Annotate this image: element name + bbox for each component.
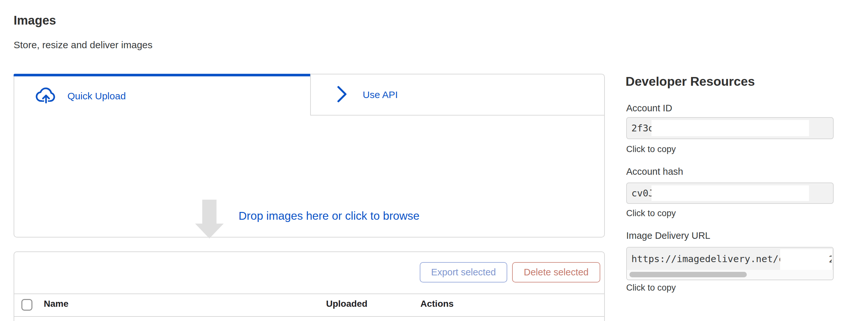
account-hash-value: cv0J	[631, 188, 654, 199]
account-id-value: 2f3d	[631, 122, 654, 134]
delete-selected-button[interactable]: Delete selected	[512, 262, 600, 283]
images-page: Images Store, resize and deliver images …	[0, 0, 868, 321]
column-header-name: Name	[44, 299, 68, 309]
column-header-actions: Actions	[421, 299, 454, 309]
image-delivery-url-row: https://imagedelivery.net/cv0JS 2	[627, 248, 833, 270]
horizontal-scrollbar-track	[627, 270, 833, 280]
dropzone[interactable]: Drop images here or click to browse	[13, 115, 605, 238]
image-delivery-url-copy-hint: Click to copy	[626, 283, 676, 293]
page-title: Images	[13, 13, 56, 28]
tab-quick-upload-label: Quick Upload	[67, 91, 126, 102]
redaction-overlay	[780, 249, 832, 270]
redaction-overlay	[651, 185, 809, 201]
dropzone-label: Drop images here or click to browse	[239, 209, 420, 222]
clipped-character: 2	[829, 254, 832, 265]
arrow-down-icon	[195, 200, 224, 240]
tab-quick-upload[interactable]: Quick Upload	[13, 76, 310, 115]
account-id-copy-hint: Click to copy	[626, 144, 676, 154]
tab-use-api-label: Use API	[363, 89, 398, 100]
account-hash-label: Account hash	[626, 166, 683, 177]
image-delivery-url-field[interactable]: https://imagedelivery.net/cv0JS 2	[626, 247, 834, 280]
table-header-row: Name Uploaded Actions	[14, 293, 604, 316]
table-header-divider	[14, 316, 604, 317]
chevron-right-icon	[336, 85, 348, 105]
account-hash-field[interactable]: cv0J	[626, 182, 834, 204]
account-id-field[interactable]: 2f3d	[626, 117, 834, 139]
tab-use-api[interactable]: Use API	[310, 74, 605, 115]
page-subtitle: Store, resize and deliver images	[13, 39, 153, 50]
select-all-checkbox[interactable]	[21, 299, 32, 311]
cloud-upload-icon	[36, 87, 56, 105]
account-id-label: Account ID	[626, 103, 672, 114]
redaction-overlay	[651, 120, 809, 136]
sidebar-title: Developer Resources	[625, 74, 755, 89]
image-list-card: Export selected Delete selected Name Upl…	[13, 251, 605, 321]
active-tab-indicator	[13, 74, 310, 76]
account-hash-copy-hint: Click to copy	[626, 208, 676, 218]
upload-panel: Quick Upload Use API Drop images here or…	[13, 74, 605, 238]
column-header-uploaded: Uploaded	[326, 299, 368, 309]
horizontal-scrollbar-thumb[interactable]	[629, 272, 747, 277]
export-selected-button[interactable]: Export selected	[420, 262, 507, 283]
image-delivery-url-label: Image Delivery URL	[626, 230, 710, 241]
